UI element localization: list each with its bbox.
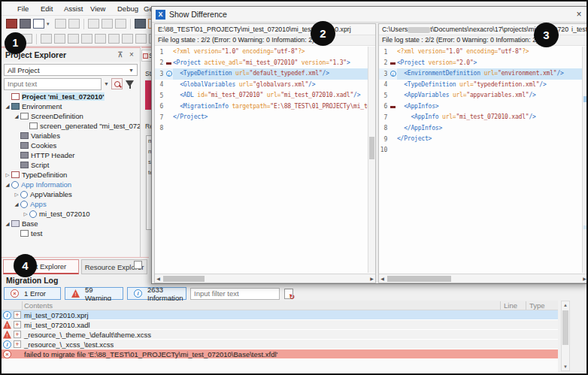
tree-item-typedefinition[interactable]: ▷TypeDefinition: [2, 170, 140, 180]
error-filter-button[interactable]: × 1 Error: [4, 287, 61, 300]
column-line[interactable]: Line: [504, 301, 517, 310]
dialog-title-bar[interactable]: X Show Difference ×: [152, 7, 588, 23]
code-line-9[interactable]: 9</Project>: [379, 134, 582, 145]
button-widget-icon[interactable]: [54, 34, 65, 44]
target-minimap-scrollbar[interactable]: [582, 47, 588, 273]
code-line-3[interactable]: 3i <EnvironmentDefinition url="environme…: [379, 68, 582, 80]
code-line-7[interactable]: 7 <AppInfo url="mi_test_072010.xadl"/>: [379, 112, 582, 123]
checkbox-widget-icon[interactable]: [68, 34, 79, 44]
grid-widget-icon[interactable]: [122, 34, 133, 44]
code-line-2[interactable]: 2<Project version="2.0">: [379, 58, 582, 69]
expand-icon[interactable]: ▷: [4, 172, 11, 178]
log-row[interactable]: !+_resource_\_theme_\default\theme.xcss: [2, 330, 558, 340]
tree-item-http-header[interactable]: HTTP Header: [2, 150, 140, 160]
code-line-8[interactable]: 8 </AppInfos>: [379, 123, 582, 135]
log-filter-input[interactable]: [190, 288, 280, 300]
log-vertical-scrollbar[interactable]: ▲ ▼: [561, 301, 570, 371]
fold-toggle[interactable]: [165, 59, 173, 66]
collapse-icon[interactable]: ◢: [4, 182, 11, 188]
scroll-left-icon[interactable]: ◀: [379, 276, 386, 281]
close-icon[interactable]: ×: [573, 9, 585, 20]
tree-item-apps[interactable]: ◢Apps: [2, 199, 140, 209]
save-icon[interactable]: [55, 19, 66, 29]
copy-icon[interactable]: [102, 19, 113, 29]
collapse-minus-icon[interactable]: [390, 106, 396, 108]
code-line-6[interactable]: 6 <MigrationInfo targetpath="E:\88_TEST\…: [155, 101, 375, 113]
menu-view[interactable]: View: [88, 3, 108, 14]
collapse-minus-icon[interactable]: [166, 62, 171, 65]
div-widget-icon[interactable]: [135, 34, 147, 44]
expand-plus-icon[interactable]: +: [14, 321, 21, 328]
scroll-right-icon[interactable]: ▶: [581, 276, 588, 281]
source-code-view[interactable]: 1<?xml version="1.0" encoding="utf-8"?>2…: [155, 47, 375, 273]
tree-item-appvariables[interactable]: ▷AppVariables: [2, 189, 140, 199]
log-row[interactable]: i+_resource_\_xcss_\test.xcss: [2, 340, 558, 349]
combo-widget-icon[interactable]: [81, 34, 92, 44]
code-line-1[interactable]: 1<?xml version="1.0" encoding="utf-8"?>: [379, 47, 582, 58]
tree-item-screen-generated-mi-test-072010[interactable]: screen_generated "mi_test_072010": [2, 121, 140, 131]
open-file-icon[interactable]: [20, 19, 31, 29]
filter-funnel-icon[interactable]: [125, 79, 135, 89]
expand-icon[interactable]: ▷: [22, 211, 29, 217]
document-tab[interactable]: St: [141, 50, 152, 62]
scrollbar-thumb[interactable]: [562, 310, 568, 345]
new-file-dropdown-caret-icon[interactable]: ▾: [47, 19, 53, 29]
source-vertical-scrollbar[interactable]: [368, 47, 375, 273]
scrollbar-thumb[interactable]: [163, 276, 205, 282]
tree-item-app-information[interactable]: ◢App Information: [2, 180, 140, 189]
menu-edit[interactable]: Edit: [38, 3, 55, 14]
fold-toggle[interactable]: [389, 103, 397, 110]
tree-item-script[interactable]: Script: [2, 160, 140, 170]
log-row[interactable]: ×failed to migrate file 'E:\88_TEST\01_P…: [2, 349, 558, 359]
log-row[interactable]: i+mi_test_072010.xprj: [2, 310, 558, 320]
tree-filter-input[interactable]: [4, 78, 102, 90]
code-line-4[interactable]: 4 <GlobalVariables url="globalvars.xml"/…: [155, 80, 375, 91]
collapse-minus-icon[interactable]: [390, 62, 396, 65]
tree-item-project-mi-test-072010[interactable]: Project 'mi_test_072010': [2, 92, 140, 101]
pin-icon[interactable]: ⊼: [116, 50, 125, 59]
tree-item-cookies[interactable]: Cookies: [2, 141, 140, 150]
code-line-3[interactable]: 3i <TypeDefinition url="default_typedef.…: [155, 68, 375, 80]
edit-widget-icon[interactable]: [95, 34, 106, 44]
list-widget-icon[interactable]: [108, 34, 120, 44]
tree-item-screendefinition[interactable]: ◢ScreenDefinition: [2, 111, 140, 121]
code-line-4[interactable]: 4 <TypeDefinition url="typedefintion.xml…: [379, 80, 582, 91]
log-row[interactable]: !+mi_test_072010.xadl: [2, 320, 558, 330]
code-line-5[interactable]: 5 <AppVariables url="appvariables.xml"/>: [379, 90, 582, 101]
warning-filter-button[interactable]: ! 59 Warning: [65, 287, 123, 300]
menu-assist[interactable]: Assist: [62, 3, 85, 14]
scroll-down-icon[interactable]: ▼: [562, 363, 569, 370]
code-line-6[interactable]: 6 <AppInfos>: [379, 101, 582, 113]
code-line-2[interactable]: 2<Project active_adl="mi_test_072010" ve…: [155, 58, 375, 69]
scroll-right-icon[interactable]: ▶: [368, 276, 375, 281]
code-line-1[interactable]: 1<?xml version="1.0" encoding="utf-8"?>: [155, 47, 375, 58]
scroll-left-icon[interactable]: ◀: [155, 276, 162, 281]
scrollbar-thumb[interactable]: [387, 276, 451, 282]
code-line-5[interactable]: 5 <ADL id="mi_test_072010" url="mi_test_…: [155, 90, 375, 101]
info-filter-button[interactable]: i 2633 Information: [127, 287, 186, 300]
source-horizontal-scrollbar[interactable]: ◀ ▶: [155, 274, 375, 283]
tree-item-variables[interactable]: Variables: [2, 131, 140, 141]
checkbox[interactable]: [134, 261, 142, 269]
tree-item-base[interactable]: ◢Base: [2, 219, 140, 228]
expand-plus-icon[interactable]: +: [14, 311, 21, 319]
target-horizontal-scrollbar[interactable]: ◀ ▶: [379, 274, 588, 283]
expand-icon[interactable]: ▷: [13, 192, 20, 198]
code-line-7[interactable]: 7</Project>: [155, 112, 375, 123]
column-contents[interactable]: Contents: [24, 301, 53, 310]
chevron-down-icon[interactable]: ▼: [104, 81, 109, 86]
new-file-icon[interactable]: [33, 19, 44, 29]
export-log-icon[interactable]: [284, 289, 293, 299]
open-project-icon[interactable]: [6, 19, 17, 29]
cut-icon[interactable]: [88, 19, 99, 29]
expand-plus-icon[interactable]: +: [14, 331, 21, 338]
collapse-icon[interactable]: ◢: [4, 221, 11, 227]
collapse-icon[interactable]: ◢: [4, 104, 11, 110]
tree-item-mi-test-072010[interactable]: ▷mi_test_072010: [2, 209, 140, 219]
project-scope-select[interactable]: All Project ▼: [4, 64, 138, 76]
expand-plus-icon[interactable]: +: [14, 340, 21, 348]
search-icon[interactable]: [111, 78, 123, 89]
collapse-icon[interactable]: ◢: [13, 201, 20, 207]
code-line-10[interactable]: 10: [379, 145, 582, 156]
menu-file[interactable]: File: [15, 3, 31, 14]
